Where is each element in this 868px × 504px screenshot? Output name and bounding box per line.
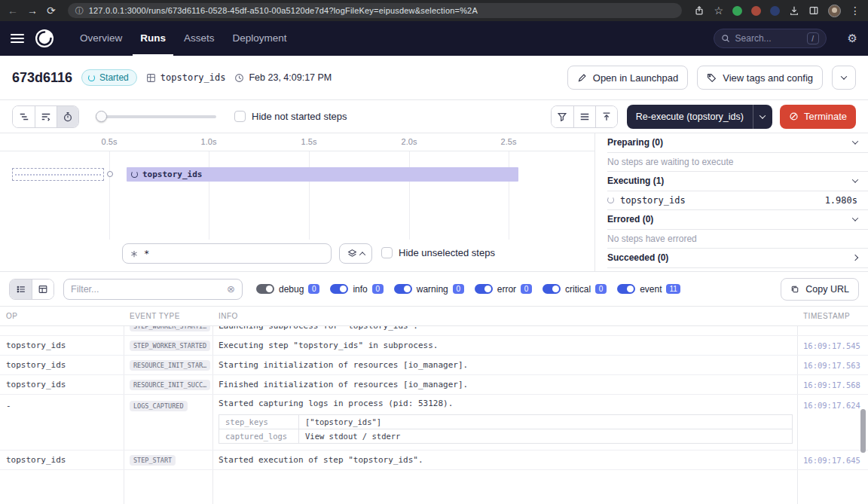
reexecute-button[interactable]: Re-execute (topstory_ids) xyxy=(627,105,753,129)
site-info-icon[interactable]: ⓘ xyxy=(75,5,84,17)
log-timestamp[interactable]: 16:09:17.645 xyxy=(797,456,868,465)
row-density-button[interactable] xyxy=(573,106,595,127)
forward-icon[interactable]: → xyxy=(27,5,38,16)
bookmark-star-icon[interactable]: ☆ xyxy=(714,5,723,16)
level-chip-error[interactable]: error 0 xyxy=(475,284,532,295)
view-tags-config-button[interactable]: View tags and config xyxy=(697,66,823,90)
log-scrollbar[interactable] xyxy=(860,409,866,453)
section-preparing[interactable]: Preparing (0) xyxy=(607,133,868,153)
event-toggle[interactable] xyxy=(617,284,635,294)
chevron-down-icon xyxy=(841,73,847,79)
run-job-name: topstory_ids xyxy=(160,72,226,83)
nav-item-deployment[interactable]: Deployment xyxy=(225,21,295,56)
log-op: - xyxy=(0,399,124,411)
axis-tick: 0.5s xyxy=(102,137,118,146)
log-timestamp[interactable]: 16:09:17.563 xyxy=(797,361,868,370)
level-chip-warning[interactable]: warning 0 xyxy=(394,284,464,295)
log-filter-field[interactable] xyxy=(71,284,222,295)
back-icon[interactable]: ← xyxy=(8,5,18,16)
debug-toggle[interactable] xyxy=(256,284,274,294)
gantt-chart: 0.5s 1.0s 1.5s 2.0s 2.5s topstory_ids xyxy=(0,133,595,271)
executing-step-name: topstory_ids xyxy=(620,195,686,206)
gantt-zoom-slider[interactable] xyxy=(96,106,216,127)
log-op[interactable]: topstory_ids xyxy=(0,380,124,389)
reexecute-dropdown-button[interactable] xyxy=(753,105,772,129)
clear-filter-icon[interactable]: ⊗ xyxy=(227,283,235,295)
log-op[interactable]: topstory_ids xyxy=(0,455,124,465)
critical-toggle[interactable] xyxy=(542,284,561,294)
section-errored[interactable]: Errored (0) xyxy=(607,210,868,230)
share-icon[interactable] xyxy=(694,5,704,16)
log-timestamp[interactable]: 16:09:17.568 xyxy=(797,380,868,389)
log-structured-view-button[interactable] xyxy=(32,279,53,299)
section-executing[interactable]: Executing (1) xyxy=(607,172,868,191)
terminate-button[interactable]: Terminate xyxy=(780,105,856,129)
gear-icon[interactable]: ⚙ xyxy=(848,32,857,45)
checkbox-box[interactable] xyxy=(234,111,246,122)
hide-unselected-checkbox[interactable]: Hide unselected steps xyxy=(381,247,495,258)
graph-options-button[interactable] xyxy=(339,243,372,264)
run-start-time: Feb 23, 4:09:17 PM xyxy=(234,72,332,83)
log-event-type: STEP_WORKER_STARTI… xyxy=(124,326,212,331)
level-chip-critical[interactable]: critical 0 xyxy=(542,284,607,295)
checkbox-box[interactable] xyxy=(381,247,393,258)
slider-knob[interactable] xyxy=(96,111,107,122)
reload-icon[interactable]: ⟳ xyxy=(47,5,56,16)
terminate-label: Terminate xyxy=(804,111,847,122)
reexecute-split-button: Re-execute (topstory_ids) xyxy=(627,105,772,129)
copy-url-button[interactable]: Copy URL xyxy=(781,278,859,301)
level-chip-info[interactable]: info 0 xyxy=(330,284,383,295)
log-timestamp[interactable]: 16:09:17.545 xyxy=(797,341,868,350)
hamburger-menu-icon[interactable] xyxy=(11,34,24,43)
log-op[interactable]: topstory_ids xyxy=(0,341,124,350)
funnel-filter-button[interactable] xyxy=(552,106,573,127)
step-selector-value[interactable] xyxy=(144,249,324,259)
chevron-down-icon xyxy=(852,139,858,145)
error-toggle[interactable] xyxy=(475,284,493,294)
nav-item-overview[interactable]: Overview xyxy=(72,21,130,56)
hide-unselected-label: Hide unselected steps xyxy=(399,247,495,258)
log-timestamp[interactable]: 16:09:17.624 xyxy=(797,399,868,410)
gantt-time-axis: 0.5s 1.0s 1.5s 2.0s 2.5s xyxy=(0,133,594,151)
meta-key: step_keys xyxy=(219,415,299,429)
log-list-view-button[interactable] xyxy=(10,279,32,299)
section-succeeded-title: Succeeded (0) xyxy=(607,252,668,263)
section-succeeded[interactable]: Succeeded (0) xyxy=(607,249,868,268)
run-job-link[interactable]: topstory_ids xyxy=(146,72,226,83)
global-search[interactable]: Search... / xyxy=(714,29,827,48)
open-in-launchpad-button[interactable]: Open in Launchpad xyxy=(567,66,688,90)
view-mode-duration-button[interactable] xyxy=(57,106,78,127)
executing-step-row[interactable]: topstory_ids 1.980s xyxy=(607,191,868,211)
view-stdout-stderr-link[interactable]: View stdout / stderr xyxy=(299,429,406,443)
view-mode-waterfall-button[interactable] xyxy=(35,106,57,127)
info-toggle[interactable] xyxy=(330,284,348,294)
log-toolbar: ⊗ debug 0 info 0 warning 0 error 0 xyxy=(0,272,868,306)
view-mode-flat-button[interactable] xyxy=(13,106,35,127)
extension-icon-2[interactable] xyxy=(751,6,761,16)
search-placeholder: Search... xyxy=(735,33,802,44)
browser-menu-icon[interactable]: ⋮ xyxy=(850,5,860,16)
download-icon[interactable] xyxy=(789,5,799,16)
log-op[interactable]: topstory_ids xyxy=(0,360,124,370)
level-chip-event[interactable]: event 11 xyxy=(617,284,680,295)
level-count-badge: 0 xyxy=(372,284,384,294)
warning-toggle[interactable] xyxy=(394,284,412,294)
url-bar[interactable]: ⓘ 127.0.0.1:3000/runs/673d6116-0528-45df… xyxy=(68,3,683,18)
extension-icon-1[interactable] xyxy=(732,6,742,16)
extension-icon-3[interactable] xyxy=(770,6,780,16)
scroll-to-top-button[interactable] xyxy=(595,106,617,127)
gantt-step-bar[interactable]: topstory_ids xyxy=(127,167,518,182)
run-more-actions-button[interactable] xyxy=(832,66,856,90)
dagster-logo xyxy=(35,29,54,48)
browser-profile-avatar[interactable] xyxy=(828,5,841,17)
executing-step-duration: 1.980s xyxy=(825,195,857,206)
nav-item-assets[interactable]: Assets xyxy=(176,21,222,56)
log-meta-table: step_keys ["topstory_ids"] captured_logs… xyxy=(219,414,793,444)
split-window-icon[interactable] xyxy=(808,5,819,16)
log-info: Finished initialization of resources [io… xyxy=(212,380,797,389)
level-chip-debug[interactable]: debug 0 xyxy=(256,284,319,295)
step-selector-input[interactable] xyxy=(122,243,332,264)
nav-item-runs[interactable]: Runs xyxy=(133,21,173,56)
log-filter-input[interactable]: ⊗ xyxy=(63,279,243,300)
hide-not-started-checkbox[interactable]: Hide not started steps xyxy=(234,111,347,122)
